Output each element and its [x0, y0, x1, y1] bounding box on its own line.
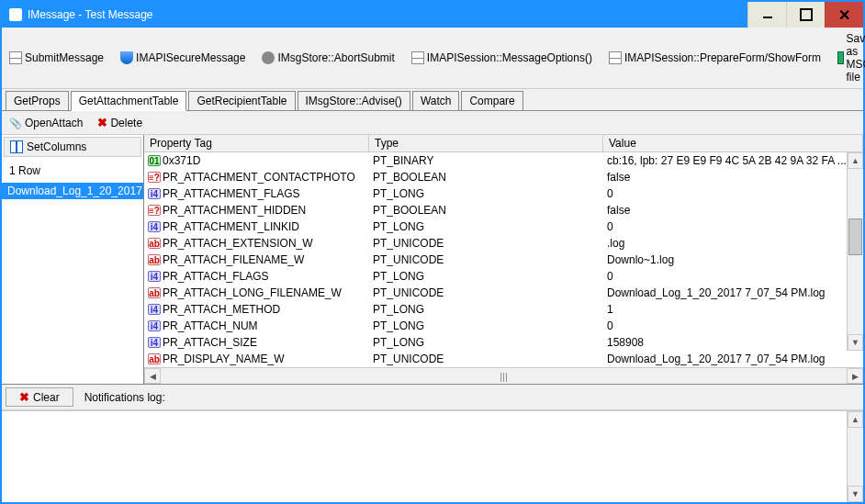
table-row[interactable]: abPR_DISPLAY_NAME_WPT_UNICODEDownload_Lo… — [144, 351, 863, 367]
cell-tag: abPR_DISPLAY_NAME_W — [144, 353, 369, 365]
attachment-list[interactable]: Download_Log_1_20_2017 — [2, 183, 143, 384]
cell-value: .log — [603, 237, 863, 250]
table-row[interactable]: i4PR_ATTACH_NUMPT_LONG0 — [144, 318, 863, 334]
tab-compare[interactable]: Compare — [461, 91, 522, 110]
prepare-form-button[interactable]: IMAPISession::PrepareForm/ShowForm — [605, 50, 825, 66]
table-row[interactable]: i4PR_ATTACH_METHODPT_LONG1 — [144, 301, 863, 318]
table-row[interactable]: i4PR_ATTACHMENT_FLAGSPT_LONG0 — [144, 185, 863, 202]
log-label: Notifications log: — [84, 391, 165, 404]
cell-value: Download_Log_1_20_2017 7_07_54 PM.log — [603, 353, 863, 365]
cell-type: PT_UNICODE — [369, 237, 603, 250]
attachment-toolbar: OpenAttach ✖Delete — [2, 111, 863, 135]
table-row[interactable]: abPR_ATTACH_FILENAME_WPT_UNICODEDownlo~1… — [144, 252, 863, 268]
log-area[interactable]: ▲ ▼ — [2, 410, 863, 502]
table-row[interactable]: i4PR_ATTACHMENT_LINKIDPT_LONG0 — [144, 218, 863, 235]
scroll-down-arrow-icon[interactable]: ▼ — [848, 486, 863, 502]
scroll-down-arrow-icon[interactable]: ▼ — [848, 334, 863, 351]
cell-value: 0 — [603, 319, 863, 332]
abort-submit-button[interactable]: IMsgStore::AbortSubmit — [258, 50, 398, 66]
gear-icon — [262, 51, 275, 64]
tab-getrecipienttable[interactable]: GetRecipientTable — [188, 91, 295, 110]
scroll-up-arrow-icon[interactable]: ▲ — [848, 152, 863, 169]
table-row[interactable]: abPR_ATTACH_EXTENSION_WPT_UNICODE.log — [144, 235, 863, 252]
cell-value: 0 — [603, 270, 863, 283]
sidebar: SetColumns 1 Row Download_Log_1_20_2017 — [2, 135, 144, 384]
secure-message-button[interactable]: IMAPISecureMessage — [117, 50, 249, 66]
list-item[interactable]: Download_Log_1_20_2017 — [2, 183, 143, 199]
envelope-icon — [9, 51, 22, 64]
cell-tag: i4PR_ATTACH_SIZE — [144, 336, 369, 349]
horizontal-scrollbar[interactable]: ◀ ||| ▶ — [144, 367, 863, 384]
tab-getattachmenttable[interactable]: GetAttachmentTable — [71, 91, 187, 111]
cell-type: PT_UNICODE — [369, 353, 603, 365]
table-row[interactable]: i4PR_ATTACH_SIZEPT_LONG158908 — [144, 334, 863, 351]
table-row[interactable]: 010x371DPT_BINARYcb:16, lpb: 27 E9 E9 F9… — [144, 152, 863, 169]
scroll-up-arrow-icon[interactable]: ▲ — [848, 411, 863, 428]
cell-value: 0 — [603, 187, 863, 200]
vertical-scrollbar[interactable]: ▲ ▼ — [847, 152, 863, 351]
column-header-tag[interactable]: Property Tag — [144, 135, 369, 151]
maximize-button[interactable] — [786, 2, 825, 28]
cell-value: 1 — [603, 303, 863, 316]
cell-type: PT_BINARY — [369, 154, 603, 167]
envelope-icon — [609, 51, 622, 64]
tab-watch[interactable]: Watch — [412, 91, 460, 110]
tab-imsgstore-advise-[interactable]: IMsgStore::Advise() — [298, 91, 410, 110]
cell-type: PT_LONG — [369, 319, 603, 332]
cell-tag: i4PR_ATTACH_METHOD — [144, 303, 369, 316]
set-columns-button[interactable]: SetColumns — [4, 137, 141, 157]
cell-tag: ≡?PR_ATTACHMENT_CONTACTPHOTO — [144, 171, 369, 184]
cell-type: PT_LONG — [369, 270, 603, 283]
scroll-track[interactable]: ||| — [161, 368, 847, 384]
cell-type: PT_UNICODE — [369, 286, 603, 299]
cell-tag: abPR_ATTACH_FILENAME_W — [144, 253, 369, 266]
message-options-button[interactable]: IMAPISession::MessageOptions() — [408, 50, 596, 66]
column-header-value[interactable]: Value — [603, 135, 863, 151]
scroll-track[interactable] — [848, 428, 863, 486]
tab-getprops[interactable]: GetProps — [6, 91, 69, 110]
cell-tag: abPR_ATTACH_EXTENSION_W — [144, 237, 369, 250]
cell-tag: i4PR_ATTACH_NUM — [144, 319, 369, 332]
table-row[interactable]: ≡?PR_ATTACHMENT_HIDDENPT_BOOLEANfalse — [144, 202, 863, 218]
scroll-thumb[interactable] — [848, 218, 862, 255]
minimize-button[interactable] — [747, 2, 786, 28]
scroll-track[interactable] — [848, 169, 863, 334]
grid-body[interactable]: 010x371DPT_BINARYcb:16, lpb: 27 E9 E9 F9… — [144, 152, 863, 367]
cell-tag: ≡?PR_ATTACHMENT_HIDDEN — [144, 204, 369, 217]
columns-icon — [10, 140, 23, 153]
table-row[interactable]: abPR_ATTACH_LONG_FILENAME_WPT_UNICODEDow… — [144, 285, 863, 301]
cell-value: 0 — [603, 220, 863, 233]
cell-value: Downlo~1.log — [603, 253, 863, 266]
cell-type: PT_UNICODE — [369, 253, 603, 266]
unicode-type-icon: ab — [148, 353, 161, 364]
binary-type-icon: 01 — [148, 155, 161, 166]
delete-button[interactable]: ✖Delete — [94, 114, 146, 131]
cell-tag: abPR_ATTACH_LONG_FILENAME_W — [144, 286, 369, 299]
cell-value: 158908 — [603, 336, 863, 349]
open-attach-button[interactable]: OpenAttach — [6, 115, 86, 131]
long-type-icon: i4 — [148, 304, 161, 315]
main-toolbar: SubmitMessage IMAPISecureMessage IMsgSto… — [2, 28, 863, 89]
envelope-icon — [411, 51, 424, 64]
unicode-type-icon: ab — [148, 238, 161, 249]
titlebar[interactable]: IMessage - Test Message ✕ — [2, 2, 863, 28]
submit-message-button[interactable]: SubmitMessage — [6, 50, 107, 66]
scroll-right-arrow-icon[interactable]: ▶ — [847, 368, 863, 384]
cell-type: PT_LONG — [369, 303, 603, 316]
save-msg-button[interactable]: Save as MSG file — [834, 30, 865, 85]
cell-type: PT_LONG — [369, 336, 603, 349]
log-vertical-scrollbar[interactable]: ▲ ▼ — [847, 411, 863, 502]
window: IMessage - Test Message ✕ SubmitMessage … — [0, 0, 865, 504]
column-header-type[interactable]: Type — [369, 135, 603, 151]
shield-icon — [120, 51, 133, 64]
bool-type-icon: ≡? — [148, 172, 161, 183]
clear-button[interactable]: ✖Clear — [6, 387, 73, 407]
disk-icon — [837, 51, 844, 64]
cell-value: cb:16, lpb: 27 E9 E9 F9 4C 5A 2B 42 9A 3… — [603, 154, 863, 167]
long-type-icon: i4 — [148, 221, 161, 232]
table-row[interactable]: ≡?PR_ATTACHMENT_CONTACTPHOTOPT_BOOLEANfa… — [144, 169, 863, 185]
scroll-left-arrow-icon[interactable]: ◀ — [144, 368, 161, 384]
table-row[interactable]: i4PR_ATTACH_FLAGSPT_LONG0 — [144, 268, 863, 285]
cell-type: PT_BOOLEAN — [369, 171, 603, 184]
close-button[interactable]: ✕ — [825, 2, 863, 28]
